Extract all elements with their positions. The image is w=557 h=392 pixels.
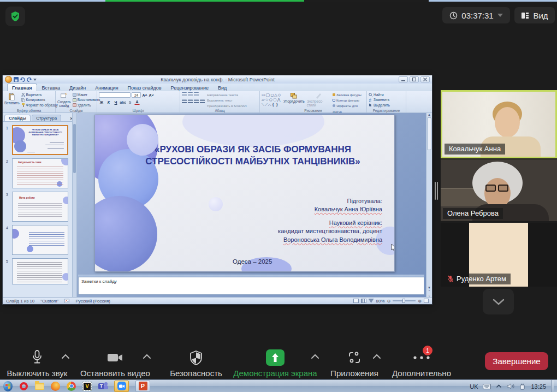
chrome-icon[interactable] (67, 382, 76, 391)
shape-outline-button[interactable]: Контур фигуры (333, 98, 365, 103)
replace-button[interactable]: Заменить (369, 97, 404, 102)
slide-scrollbar[interactable]: ▲ ▼ ⌃ ⌄ (426, 113, 432, 297)
tab-animatsiya[interactable]: Анимация (91, 84, 122, 91)
slides-tab[interactable]: Слайды (4, 115, 31, 121)
strikethrough-button[interactable]: abc (120, 99, 126, 105)
minimize-button[interactable] (399, 76, 408, 82)
bold-button[interactable]: Ж (99, 99, 104, 105)
layout-button[interactable]: Макет (73, 92, 100, 97)
text-direction-button[interactable]: Направление текста (207, 92, 247, 98)
bullets-icon[interactable] (182, 92, 187, 97)
collapse-videos-button[interactable] (483, 289, 514, 314)
antivirus-icon[interactable]: V (82, 382, 92, 391)
tray-expand-chevron[interactable] (496, 384, 502, 388)
select-button[interactable]: Выделить (369, 103, 404, 108)
underline-button[interactable]: Ч (113, 99, 118, 105)
meeting-timer[interactable]: 03:37:31 (442, 7, 510, 23)
panel-collapse-handle[interactable] (437, 182, 438, 200)
redo-icon[interactable] (27, 77, 32, 82)
keyboard-icon[interactable] (483, 384, 491, 389)
firefox-icon[interactable] (51, 382, 60, 391)
slide-thumbnail-2[interactable]: 2 Актуальність теми (6, 158, 74, 188)
format-painter-button[interactable]: Формат по образцу (21, 103, 58, 108)
italic-button[interactable]: К (106, 99, 111, 105)
share-options-chevron[interactable] (311, 354, 319, 359)
shadow-button[interactable]: S (127, 99, 133, 105)
maximize-button[interactable] (410, 76, 419, 82)
slide-title[interactable]: «РУХОВІ ОБРАЗИ ЯК ЗАСІБ ФОРМУВАННЯ СТРЕС… (126, 144, 380, 168)
font-color-button[interactable]: А (134, 99, 140, 105)
align-center-icon[interactable] (188, 99, 193, 103)
indent-icon[interactable] (194, 92, 199, 97)
more-button[interactable]: Дополнительно (389, 346, 454, 378)
shapes-gallery[interactable]: ▭◯◻△◇▱☆⬠〇⋀⟍⟋⌒❴❵ (262, 92, 281, 108)
timer-caret-icon[interactable] (497, 14, 503, 17)
slide-thumbnail-1[interactable]: 1 «РУХОВІ ОБРАЗИ ЯК ЗАСІБ ФОРМУВАННЯ СТР… (6, 125, 74, 155)
participant-video-rudenko[interactable]: Руденко Артем (441, 223, 557, 287)
security-button[interactable]: Безопасность (162, 346, 230, 378)
power-plug-icon[interactable] (519, 383, 526, 390)
powerpoint-taskbar-button[interactable]: P (135, 381, 150, 392)
tab-glavnaya[interactable]: Главная (7, 84, 37, 91)
mute-button[interactable]: Выключить звук (4, 346, 70, 378)
tab-dizayn[interactable]: Дизайн (65, 84, 90, 91)
office-button[interactable] (5, 76, 12, 83)
next-slide-icon[interactable]: ⌄ (428, 293, 430, 297)
zoom-out-icon[interactable]: ⊖ (387, 299, 391, 304)
new-slide-button[interactable]: Создать слайд (57, 92, 71, 108)
zoom-app-taskbar-button[interactable] (114, 381, 129, 392)
ppt-title-bar[interactable]: Квальчук доповідь на конф. - Microsoft P… (3, 75, 432, 84)
copy-button[interactable]: Копировать (21, 97, 58, 102)
notes-pane[interactable]: Заметки к слайду (78, 277, 424, 295)
outline-tab[interactable]: Структура (32, 115, 61, 121)
cut-button[interactable]: Вырезать (21, 92, 58, 97)
shape-fill-button[interactable]: Заливка фигуры (333, 92, 365, 98)
thumbnails-scrollbar[interactable] (72, 113, 76, 297)
slideshow-view-icon[interactable] (369, 299, 374, 303)
reset-button[interactable]: Восстановить (73, 97, 100, 102)
mute-options-chevron[interactable] (61, 354, 70, 359)
previous-slide-icon[interactable]: ⌃ (428, 289, 430, 293)
arrange-button[interactable]: Упорядочить (283, 92, 305, 108)
align-right-icon[interactable] (194, 99, 199, 103)
zoom-in-icon[interactable]: ⊕ (418, 299, 422, 304)
paste-button[interactable]: Вставить (4, 92, 20, 108)
apps-options-chevron[interactable] (372, 354, 381, 359)
font-size-box[interactable]: 24 (132, 92, 141, 98)
tab-vstavka[interactable]: Вставка (38, 84, 64, 91)
numbering-icon[interactable] (188, 92, 193, 97)
grow-font-button[interactable]: A˄ (142, 92, 147, 98)
speaker-icon[interactable] (507, 383, 514, 389)
find-button[interactable]: Найти (369, 92, 404, 97)
video-options-chevron[interactable] (143, 354, 151, 359)
explorer-folder-icon[interactable] (35, 382, 44, 391)
tab-pokaz-slaydov[interactable]: Показ слайдов (123, 84, 166, 91)
quick-styles-button[interactable]: Экспресс-стили (307, 92, 330, 108)
slide-thumbnail-3[interactable]: 3 Мета роботи (6, 192, 74, 222)
tab-vid[interactable]: Вид (214, 84, 231, 91)
view-button[interactable]: Вид (514, 7, 555, 23)
apps-button[interactable]: Приложения (328, 346, 381, 378)
slide-thumbnail-4[interactable]: 4 (6, 225, 74, 255)
qat-dropdown-icon[interactable] (33, 79, 37, 81)
language-indicator-taskbar[interactable]: UK (470, 383, 478, 390)
participant-video-kovalchuk[interactable]: Ковальчук Анна (441, 90, 557, 158)
opera-icon[interactable] (19, 382, 28, 391)
panel-collapse-handle[interactable] (435, 182, 436, 200)
teams-icon[interactable]: T (98, 382, 108, 391)
stop-video-button[interactable]: Остановить видео (74, 346, 156, 378)
slide-sorter-view-icon[interactable] (361, 299, 366, 303)
security-shield-button[interactable] (5, 7, 25, 26)
shrink-font-button[interactable]: A˅ (149, 92, 154, 98)
fit-to-window-icon[interactable] (424, 299, 429, 303)
undo-icon[interactable] (20, 77, 25, 82)
slide-canvas[interactable]: «РУХОВІ ОБРАЗИ ЯК ЗАСІБ ФОРМУВАННЯ СТРЕС… (94, 115, 395, 272)
notification-badge[interactable]: 1 (423, 346, 432, 355)
font-name-box[interactable] (99, 92, 131, 98)
save-icon[interactable] (14, 77, 19, 82)
taskbar-clock[interactable]: 13:25 (531, 383, 546, 390)
align-text-button[interactable]: Выровнять текст (207, 98, 247, 103)
start-button[interactable] (3, 382, 13, 391)
normal-view-icon[interactable] (353, 299, 359, 303)
share-screen-button[interactable]: Демонстрация экрана (229, 346, 321, 378)
